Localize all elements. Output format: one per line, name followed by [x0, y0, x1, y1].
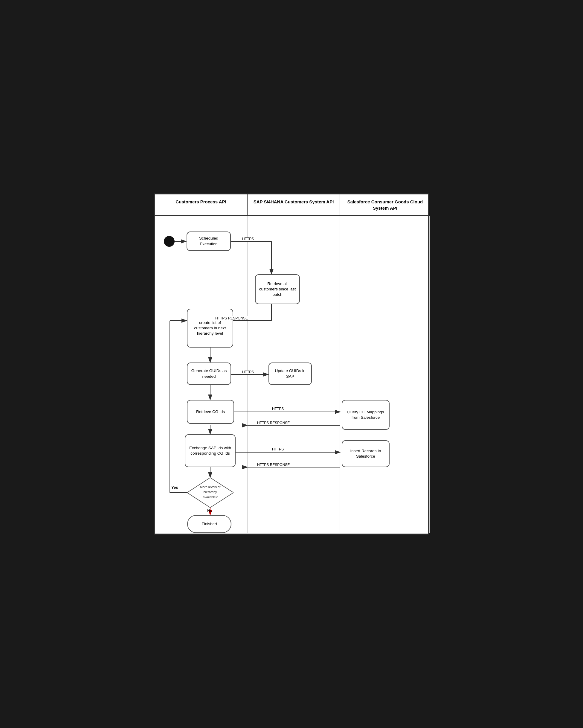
https-label-2: HTTPS	[242, 370, 255, 374]
header-col3: Salesforce Consumer Goods Cloud System A…	[340, 194, 430, 215]
https-label-3: HTTPS	[271, 407, 284, 411]
exchange-sap-ids-box: Exchange SAP Ids with corresponding CG I…	[185, 434, 236, 467]
generate-guids-box: Generate GUIDs as needed	[187, 363, 231, 385]
diagram-body: HTTPS HTTPS RESPONSE HTTPS HTTPS HTTPS R…	[155, 216, 428, 533]
more-levels-diamond: More levels of hierarchy available?	[187, 478, 234, 508]
retrieve-customers-box: Retrieve all customers since last batch	[255, 274, 300, 304]
https-label-4: HTTPS	[271, 447, 284, 451]
create-list-box: create list of customers in next hierarc…	[187, 309, 233, 347]
update-guids-box: Update GUIDs in SAP	[268, 363, 312, 385]
insert-records-box: Insert Records In Salesforce	[342, 440, 390, 467]
col3	[340, 216, 430, 533]
header-row: Customers Process API SAP S/4HANA Custom…	[155, 194, 428, 216]
https-response-label-3: HTTPS RESPONSE	[257, 463, 290, 467]
yes-label: Yes	[171, 485, 178, 490]
start-circle	[164, 236, 175, 247]
https-response-label-1: HTTPS RESPONSE	[215, 316, 248, 320]
svg-text:More levels of: More levels of	[200, 485, 221, 489]
svg-text:hierarchy: hierarchy	[203, 490, 217, 494]
finished-box: Finished	[187, 515, 231, 533]
header-col1: Customers Process API	[155, 194, 247, 215]
https-response-label-2: HTTPS RESPONSE	[257, 421, 290, 425]
svg-text:available?: available?	[203, 495, 218, 499]
https-label-1: HTTPS	[242, 237, 255, 241]
query-cg-mappings-box: Query CG Mappings from Salesforce	[342, 400, 390, 430]
no-label: No	[207, 508, 212, 513]
scheduled-execution-box: Scheduled Execution	[187, 232, 231, 251]
diagram-container: Customers Process API SAP S/4HANA Custom…	[154, 193, 429, 535]
retrieve-cg-ids-box: Retrieve CG Ids	[187, 400, 234, 424]
header-col2: SAP S/4HANA Customers System API	[247, 194, 340, 215]
